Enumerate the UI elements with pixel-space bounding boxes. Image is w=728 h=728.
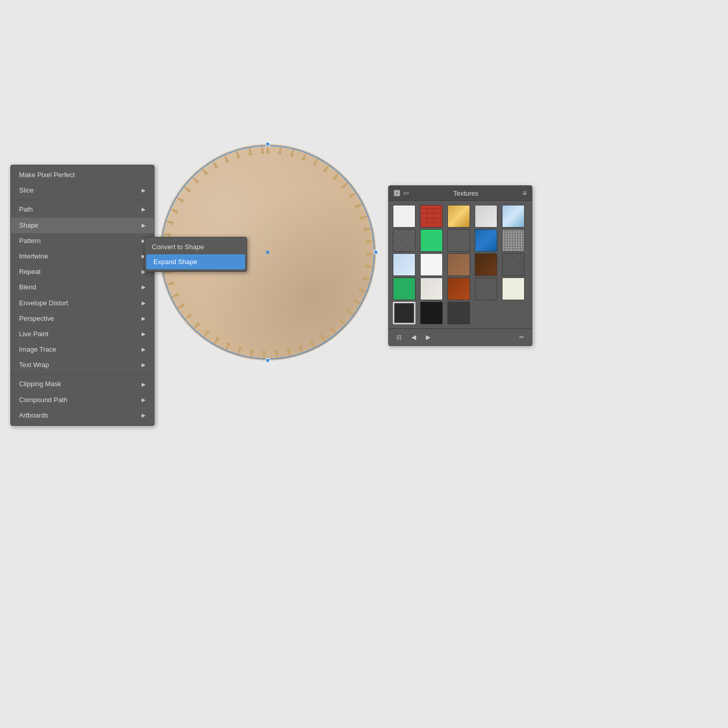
menu-item-live-paint[interactable]: Live Paint ▶ xyxy=(11,326,154,342)
menu-item-text-wrap[interactable]: Text Wrap ▶ xyxy=(11,357,154,373)
texture-cell-gray-rough[interactable] xyxy=(502,253,525,276)
panel-close-button[interactable]: × xyxy=(394,190,400,196)
perspective-arrow-icon: ▶ xyxy=(142,315,146,322)
menu-item-intertwine[interactable]: Intertwine ▶ xyxy=(11,249,154,264)
text-wrap-arrow-icon: ▶ xyxy=(142,361,146,369)
panel-title: Textures xyxy=(453,189,478,197)
blend-arrow-icon: ▶ xyxy=(142,284,146,291)
panel-menu-button[interactable]: ≡ xyxy=(523,189,527,197)
menu-item-shape[interactable]: Shape ▶ xyxy=(11,218,154,233)
menu-item-make-pixel-perfect[interactable]: Make Pixel Perfect xyxy=(11,167,154,183)
texture-cell-white[interactable] xyxy=(393,205,415,228)
canvas-area: Make Pixel Perfect Slice ▶ Path ▶ Shape … xyxy=(0,0,728,728)
texture-cell-blue-water[interactable] xyxy=(475,229,497,252)
texture-cell-rust[interactable] xyxy=(447,278,470,300)
library-button[interactable]: ⊟ xyxy=(393,332,405,342)
panel-toolbar: ⊟ ◀ ▶ ✂ xyxy=(389,328,532,345)
menu-item-image-trace[interactable]: Image Trace ▶ xyxy=(11,342,154,357)
live-paint-arrow-icon: ▶ xyxy=(142,331,146,338)
handle-right[interactable] xyxy=(374,250,378,254)
texture-cell-brown-rough[interactable] xyxy=(447,229,470,252)
separator-1 xyxy=(11,200,154,200)
clipping-mask-arrow-icon: ▶ xyxy=(142,381,146,388)
menu-item-artboards[interactable]: Artboards ▶ xyxy=(11,408,154,423)
texture-cell-brown-fabric[interactable] xyxy=(447,253,470,276)
texture-cell-white3[interactable] xyxy=(502,278,525,300)
texture-cell-gold[interactable] xyxy=(447,205,470,228)
shape-arrow-icon: ▶ xyxy=(142,222,146,229)
context-menu: Make Pixel Perfect Slice ▶ Path ▶ Shape … xyxy=(10,165,154,426)
texture-cell-dark-brown[interactable] xyxy=(475,253,497,276)
menu-item-blend[interactable]: Blend ▶ xyxy=(11,280,154,295)
submenu-item-expand-shape[interactable]: Expand Shape xyxy=(146,254,245,269)
texture-cell-blue-glass[interactable] xyxy=(502,205,525,228)
texture-cell-dark-gray[interactable] xyxy=(447,302,470,324)
texture-cell-light2[interactable] xyxy=(420,278,443,300)
path-arrow-icon: ▶ xyxy=(142,206,146,213)
menu-item-path[interactable]: Path ▶ xyxy=(11,202,154,217)
texture-cell-green2[interactable] xyxy=(393,278,415,300)
menu-item-compound-path[interactable]: Compound Path ▶ xyxy=(11,392,154,408)
envelope-distort-arrow-icon: ▶ xyxy=(142,300,146,307)
texture-cell-green[interactable] xyxy=(420,229,443,252)
next-button[interactable]: ▶ xyxy=(422,332,434,342)
menu-item-repeat[interactable]: Repeat ▶ xyxy=(11,264,154,280)
texture-cell-light-blue[interactable] xyxy=(393,253,415,276)
artboards-arrow-icon: ▶ xyxy=(142,412,146,419)
settings-button[interactable]: ✂ xyxy=(515,332,528,342)
panel-collapse-button[interactable]: >> xyxy=(403,190,409,196)
separator-2 xyxy=(11,374,154,375)
textures-panel: × >> Textures ≡ xyxy=(388,185,532,346)
compound-path-arrow-icon: ▶ xyxy=(142,396,146,404)
texture-cell-brick[interactable] xyxy=(420,205,443,228)
texture-cell-gray-net[interactable] xyxy=(502,229,525,252)
texture-cell-white2[interactable] xyxy=(420,253,443,276)
texture-cell-crumpled[interactable] xyxy=(475,278,497,300)
menu-item-perspective[interactable]: Perspective ▶ xyxy=(11,311,154,326)
texture-cell-black[interactable] xyxy=(420,302,443,324)
handle-top[interactable] xyxy=(266,142,270,146)
menu-item-pattern[interactable]: Pattern ▶ xyxy=(11,233,154,249)
menu-item-slice[interactable]: Slice ▶ xyxy=(11,183,154,198)
shape-submenu: Convert to Shape Expand Shape xyxy=(144,237,247,272)
submenu-item-convert-to-shape[interactable]: Convert to Shape xyxy=(145,239,247,254)
prev-button[interactable]: ◀ xyxy=(407,332,420,342)
texture-cell-yellow-rough[interactable] xyxy=(393,229,415,252)
texture-cell-selected[interactable] xyxy=(393,302,415,324)
handle-bottom[interactable] xyxy=(266,358,270,362)
menu-item-envelope-distort[interactable]: Envelope Distort ▶ xyxy=(11,296,154,311)
texture-grid xyxy=(389,201,532,328)
panel-controls: × >> xyxy=(394,190,409,196)
panel-titlebar: × >> Textures ≡ xyxy=(389,186,532,201)
slice-arrow-icon: ▶ xyxy=(142,187,146,194)
texture-cell-light-gray[interactable] xyxy=(475,205,497,228)
image-trace-arrow-icon: ▶ xyxy=(142,346,146,353)
menu-item-clipping-mask[interactable]: Clipping Mask ▶ xyxy=(11,376,154,392)
